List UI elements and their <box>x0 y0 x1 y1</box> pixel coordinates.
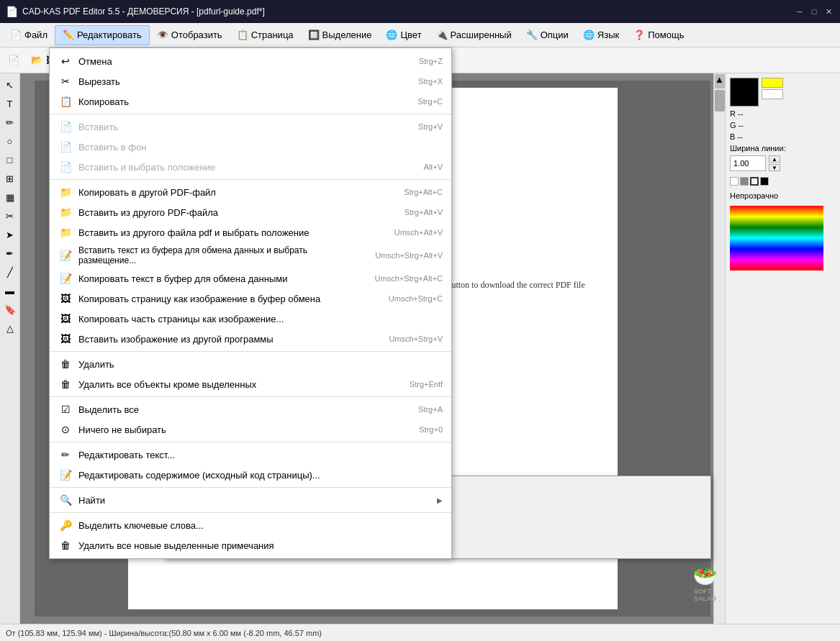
line-width-up[interactable]: ▲ <box>769 155 780 163</box>
menu-deselect[interactable]: ⊙ Ничего не выбирать Strg+0 <box>50 419 451 440</box>
paste-icon: 📄 <box>58 119 73 134</box>
menu-select-all[interactable]: ☑ Выделить все Strg+A <box>50 399 451 419</box>
menu-language[interactable]: 🌐 Язык <box>576 25 626 45</box>
menu-copy[interactable]: 📋 Копировать Strg+C <box>50 91 451 112</box>
left-toolbar: ↖ T ✏ ○ □ ⊞ ▦ ✂ ➤ ✒ ╱ ▬ 🔖 △ <box>0 73 20 624</box>
scrollbar[interactable]: ▲ <box>713 73 725 624</box>
menu-paste[interactable]: 📄 Вставить Strg+V <box>50 117 451 137</box>
menu-help[interactable]: ❓ Помощь <box>626 25 691 45</box>
menu-paste-pdf-pos[interactable]: 📁 Вставить из другого файла pdf и выбрат… <box>50 222 451 242</box>
menu-edit-content[interactable]: 📝 Редактировать содержимое (исходный код… <box>50 465 451 485</box>
circle-tool[interactable]: ○ <box>1 132 19 150</box>
yellow-color-swatch[interactable] <box>762 78 783 88</box>
table-tool[interactable]: ▦ <box>1 188 19 206</box>
close-button[interactable]: ✕ <box>823 6 834 17</box>
keywords-icon: 🔑 <box>58 518 73 532</box>
select-all-icon: ☑ <box>58 402 73 417</box>
app-icon: 📄 <box>6 6 18 17</box>
b-label: B -- <box>730 132 836 141</box>
menu-delete-all[interactable]: 🗑 Удалить все объекты кроме выделенных S… <box>50 374 451 394</box>
menu-view[interactable]: 👁️ Отобразить <box>150 25 230 45</box>
menu-paste-text[interactable]: 📝 Вставить текст из буфера для обмена да… <box>50 242 451 268</box>
menu-paste-ext[interactable]: 🖼 Вставить изображение из другой програм… <box>50 329 451 349</box>
restore-button[interactable]: □ <box>808 6 820 17</box>
copy-icon: 📋 <box>58 94 73 109</box>
menu-delete-notes[interactable]: 🗑 Удалить все новые выделенные примечани… <box>50 535 451 555</box>
opacity-label: Непрозрачно <box>730 191 836 200</box>
text-tool[interactable]: T <box>1 95 19 112</box>
selection-icon: 🔲 <box>308 29 320 40</box>
line-tool[interactable]: ╱ <box>1 263 19 281</box>
paste-pdf-pos-icon: 📁 <box>58 225 73 240</box>
draw-tool[interactable]: ✏ <box>1 114 19 131</box>
grid-tool[interactable]: ⊞ <box>1 170 19 187</box>
arrow-tool[interactable]: ➤ <box>1 226 19 243</box>
line-style-4[interactable] <box>760 177 769 186</box>
line-width-input[interactable] <box>730 155 766 171</box>
menu-undo[interactable]: ↩ Отмена Strg+Z <box>50 51 451 71</box>
undo-icon: ↩ <box>58 54 73 68</box>
menu-page[interactable]: 📋 Страница <box>230 25 301 45</box>
status-bar: От (105.83 мм, 125.94 мм) - Ширина/высот… <box>0 624 840 641</box>
menu-options[interactable]: 🔧 Опции <box>519 25 576 45</box>
menu-extended[interactable]: 🔌 Расширенный <box>429 25 519 45</box>
language-icon: 🌐 <box>583 29 595 40</box>
minimize-button[interactable]: ─ <box>794 6 805 17</box>
menu-selection[interactable]: 🔲 Выделение <box>301 25 379 45</box>
find-submenu-arrow-icon: ▶ <box>437 496 443 504</box>
menu-copy-pdf[interactable]: 📁 Копировать в другой PDF-файл Strg+Alt+… <box>50 182 451 202</box>
pen-tool[interactable]: ✒ <box>1 245 19 262</box>
new-button[interactable]: 📄 <box>3 50 24 71</box>
color-icon: 🌐 <box>386 29 397 40</box>
title-text: CAD-KAS PDF Editor 5.5 - ДЕМОВЕРСИЯ - [p… <box>22 6 265 17</box>
triangle-tool[interactable]: △ <box>1 319 19 337</box>
menu-copy-part[interactable]: 🖼 Копировать часть страницы как изображе… <box>50 309 451 329</box>
menu-paste-bg[interactable]: 📄 Вставить в фон <box>50 137 451 157</box>
menu-find[interactable]: 🔍 Найти ▶ <box>50 490 451 510</box>
white-color-swatch[interactable] <box>762 89 783 99</box>
menu-color[interactable]: 🌐 Цвет <box>379 25 428 45</box>
sep2 <box>50 179 451 180</box>
cut-icon: ✂ <box>58 74 73 88</box>
stamp-tool[interactable]: 🔖 <box>1 301 19 318</box>
copy-part-icon: 🖼 <box>58 312 73 326</box>
r-label: R -- <box>730 109 836 118</box>
file-icon: 📄 <box>10 29 22 40</box>
soft-salad-logo: 🥗 SOFTSALAD <box>692 564 718 602</box>
menu-file[interactable]: 📄 Файл <box>3 25 55 45</box>
edit-text-icon: ✏ <box>58 447 73 462</box>
help-icon: ❓ <box>633 29 645 40</box>
sep5 <box>50 442 451 442</box>
menu-cut[interactable]: ✂ Вырезать Strg+X <box>50 71 451 91</box>
line-width-label: Ширина линии: <box>730 144 836 153</box>
menu-paste-pos[interactable]: 📄 Вставить и выбрать положение Alt+V <box>50 157 451 177</box>
paste-bg-icon: 📄 <box>58 140 73 154</box>
line-width-down[interactable]: ▼ <box>769 164 780 171</box>
rect-tool[interactable]: □ <box>1 151 19 168</box>
crop-tool[interactable]: ✂ <box>1 207 19 224</box>
line-style-2[interactable] <box>740 177 749 186</box>
color-spectrum[interactable] <box>730 206 823 271</box>
sep3 <box>50 351 451 352</box>
select-tool[interactable]: ↖ <box>1 76 19 94</box>
title-bar: 📄 CAD-KAS PDF Editor 5.5 - ДЕМОВЕРСИЯ - … <box>0 0 840 23</box>
menu-edit-text[interactable]: ✏ Редактировать текст... <box>50 445 451 465</box>
edit-content-icon: 📝 <box>58 468 73 482</box>
line-style-3[interactable] <box>750 177 759 186</box>
scroll-thumb[interactable] <box>715 90 725 112</box>
menu-paste-pdf[interactable]: 📁 Вставить из другого PDF-файла Strg+Alt… <box>50 202 451 222</box>
menu-copy-text[interactable]: 📝 Копировать текст в буфер для обмена да… <box>50 268 451 288</box>
black-color-box <box>730 78 759 106</box>
menu-keywords[interactable]: 🔑 Выделить ключевые слова... <box>50 515 451 535</box>
scroll-up-button[interactable]: ▲ <box>715 74 725 88</box>
menu-delete[interactable]: 🗑 Удалить <box>50 354 451 374</box>
paste-pdf-icon: 📁 <box>58 205 73 219</box>
line-style-1[interactable] <box>730 177 739 186</box>
open-button[interactable]: 📂 <box>26 50 48 71</box>
copy-pdf-icon: 📁 <box>58 185 73 199</box>
g-label: G -- <box>730 121 836 129</box>
menu-copy-img[interactable]: 🖼 Копировать страницу как изображение в … <box>50 288 451 309</box>
highlight-tool[interactable]: ▬ <box>1 282 19 299</box>
sep6 <box>50 487 451 488</box>
menu-edit[interactable]: ✏️ Редактировать <box>55 25 150 45</box>
